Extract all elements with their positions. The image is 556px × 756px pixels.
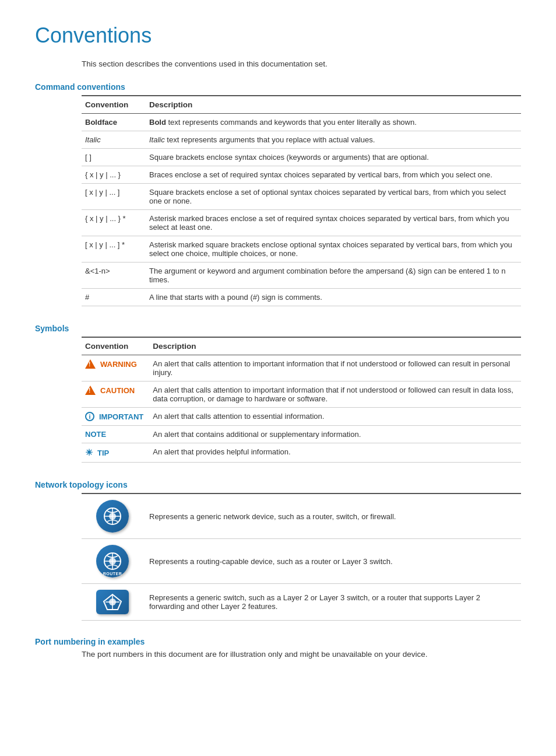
network-topology-title: Network topology icons (35, 480, 521, 489)
description-cell: An alert that provides helpful informati… (149, 443, 521, 463)
table-row: [ x | y | ... ] *Asterisk marked square … (82, 236, 521, 262)
command-conventions-title: Command conventions (35, 82, 521, 92)
list-item: Represents a generic switch, such as a L… (82, 584, 521, 621)
description-cell: An alert that calls attention to importa… (149, 355, 521, 382)
table-row: [ x | y | ... ]Square brackets enclose a… (82, 184, 521, 210)
list-item: Represents a generic network device, suc… (82, 494, 521, 539)
generic-device-icon (96, 500, 129, 533)
desc-col-header: Description (146, 96, 521, 114)
port-numbering-title: Port numbering in examples (35, 637, 521, 646)
table-row: CAUTIONAn alert that calls attention to … (82, 382, 521, 408)
description-cell: Asterisk marked square brackets enclose … (146, 236, 521, 262)
port-numbering-description: The port numbers in this document are fo… (82, 650, 521, 659)
table-row: #A line that starts with a pound (#) sig… (82, 289, 521, 306)
description-cell: The argument or keyword and argument com… (146, 262, 521, 289)
convention-cell: Boldface (82, 114, 146, 131)
list-item: ROUTER Represents a routing-capable devi… (82, 539, 521, 584)
table-row: { x | y | ... } *Asterisk marked braces … (82, 210, 521, 236)
convention-cell: { x | y | ... } (82, 166, 146, 184)
network-topology-table: Represents a generic network device, suc… (82, 493, 521, 621)
page-title: Conventions (35, 23, 521, 48)
command-conventions-table: Convention Description BoldfaceBold text… (82, 95, 521, 306)
router-device-icon: ROUTER (96, 545, 129, 578)
network-icon-cell (82, 584, 146, 621)
convention-cell: [ x | y | ... ] * (82, 236, 146, 262)
port-numbering-section: Port numbering in examples The port numb… (35, 637, 521, 659)
intro-text: This section describes the conventions u… (82, 60, 521, 68)
convention-cell: [ x | y | ... ] (82, 184, 146, 210)
description-cell: Braces enclose a set of required syntax … (146, 166, 521, 184)
description-cell: Represents a generic switch, such as a L… (146, 584, 521, 621)
network-icon-cell (82, 494, 146, 539)
symbol-cell: WARNING (82, 355, 149, 382)
description-cell: Italic text represents arguments that yo… (146, 131, 521, 149)
convention-cell: Italic (82, 131, 146, 149)
table-row: ItalicItalic text represents arguments t… (82, 131, 521, 149)
sym-desc-col-header: Description (149, 337, 521, 355)
conv-col-header: Convention (82, 96, 146, 114)
description-cell: A line that starts with a pound (#) sign… (146, 289, 521, 306)
table-row: &<1-n>The argument or keyword and argume… (82, 262, 521, 289)
table-row: [ ]Square brackets enclose syntax choice… (82, 149, 521, 166)
description-cell: Bold text represents commands and keywor… (146, 114, 521, 131)
symbol-cell: ☀ TIP (82, 443, 149, 463)
table-row: i IMPORTANTAn alert that calls attention… (82, 408, 521, 426)
sym-conv-col-header: Convention (82, 337, 149, 355)
network-topology-section: Network topology icons Represents a gene… (35, 480, 521, 621)
description-cell: An alert that contains additional or sup… (149, 426, 521, 443)
description-cell: An alert that calls attention to importa… (149, 382, 521, 408)
convention-cell: [ ] (82, 149, 146, 166)
description-cell: Square brackets enclose syntax choices (… (146, 149, 521, 166)
description-cell: Asterisk marked braces enclose a set of … (146, 210, 521, 236)
symbols-section: Symbols Convention Description WARNINGAn… (35, 324, 521, 463)
symbols-table: Convention Description WARNINGAn alert t… (82, 337, 521, 463)
symbols-title: Symbols (35, 324, 521, 333)
table-row: { x | y | ... }Braces enclose a set of r… (82, 166, 521, 184)
convention-cell: # (82, 289, 146, 306)
symbol-cell: i IMPORTANT (82, 408, 149, 426)
convention-cell: { x | y | ... } * (82, 210, 146, 236)
table-row: NOTEAn alert that contains additional or… (82, 426, 521, 443)
convention-cell: &<1-n> (82, 262, 146, 289)
symbol-cell: NOTE (82, 426, 149, 443)
switch-device-icon (96, 590, 129, 614)
description-cell: Square brackets enclose a set of optiona… (146, 184, 521, 210)
table-row: ☀ TIPAn alert that provides helpful info… (82, 443, 521, 463)
command-conventions-section: Command conventions Convention Descripti… (35, 82, 521, 306)
description-cell: Represents a generic network device, suc… (146, 494, 521, 539)
description-cell: An alert that calls attention to essenti… (149, 408, 521, 426)
description-cell: Represents a routing-capable device, suc… (146, 539, 521, 584)
table-row: WARNINGAn alert that calls attention to … (82, 355, 521, 382)
symbol-cell: CAUTION (82, 382, 149, 408)
network-icon-cell: ROUTER (82, 539, 146, 584)
table-row: BoldfaceBold text represents commands an… (82, 114, 521, 131)
